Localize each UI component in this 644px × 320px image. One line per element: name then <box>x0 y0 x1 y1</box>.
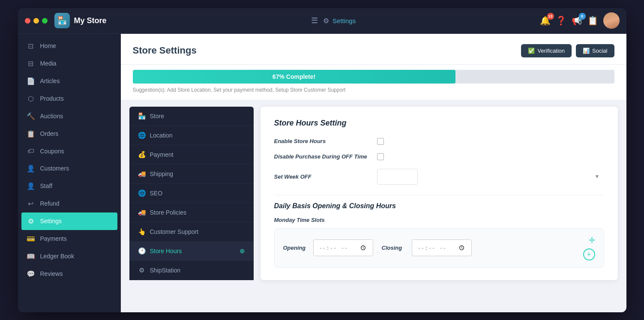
social-button[interactable]: 📊 Social <box>576 44 614 57</box>
avatar[interactable] <box>603 12 620 29</box>
megaphone-badge: 0 <box>579 13 586 20</box>
sidebar-item-label-reviews: Reviews <box>40 270 63 277</box>
sidebar-item-orders[interactable]: 📋 Orders <box>18 125 121 143</box>
subnav-label-payment: Payment <box>150 151 174 158</box>
subnav-item-shipstation[interactable]: ⚙ ShipStation <box>129 261 254 280</box>
seo-subnav-icon: 🌐 <box>138 189 146 197</box>
settings-subnav: 🏪 Store 🌐 Location 💰 Payment 🚚 Shipping <box>129 107 254 280</box>
verification-button[interactable]: ✅ Verification <box>521 44 572 57</box>
week-off-select-wrapper: Monday Tuesday Wednesday Thursday Friday… <box>377 169 604 185</box>
close-button[interactable] <box>25 18 30 24</box>
subnav-label-store-policies: Store Policies <box>150 209 187 216</box>
store-hours-right-icon: ⊕ <box>240 247 245 255</box>
subnav-item-store-policies[interactable]: 🚚 Store Policies <box>129 203 254 222</box>
divider <box>274 195 604 195</box>
sidebar-item-label-orders: Orders <box>40 130 59 137</box>
app-window: 🏪 My Store ☰ ⚙ Settings 🔔 13 ❓ 📢 0 📋 <box>18 8 626 312</box>
subnav-item-shipping[interactable]: 🚚 Shipping <box>129 164 254 184</box>
monday-time-slots-row: Opening Closing ✛ + <box>274 228 604 268</box>
menu-icon[interactable]: ☰ <box>311 16 318 25</box>
customers-icon: 👤 <box>27 164 35 173</box>
settings-icon: ⚙ <box>27 217 35 225</box>
sidebar-item-auctions[interactable]: 🔨 Auctions <box>18 108 121 125</box>
subnav-item-store[interactable]: 🏪 Store <box>129 107 254 126</box>
sidebar: ⊡ Home ⊟ Media 📄 Articles ⬡ Products 🔨 A… <box>18 34 121 312</box>
sidebar-item-reviews[interactable]: 💬 Reviews <box>18 265 121 283</box>
opening-time-input[interactable] <box>313 239 373 257</box>
title-bar: 🏪 My Store ☰ ⚙ Settings 🔔 13 ❓ 📢 0 📋 <box>18 8 626 34</box>
store-logo: 🏪 <box>54 13 70 28</box>
week-off-select[interactable]: Monday Tuesday Wednesday Thursday Friday… <box>377 169 418 185</box>
sidebar-item-payments[interactable]: 💳 Payments <box>18 230 121 248</box>
sidebar-item-customers[interactable]: 👤 Customers <box>18 160 121 177</box>
subnav-item-location[interactable]: 🌐 Location <box>129 126 254 145</box>
avatar-image <box>603 12 620 29</box>
settings-area: 🏪 Store 🌐 Location 💰 Payment 🚚 Shipping <box>121 100 626 287</box>
sidebar-item-articles[interactable]: 📄 Articles <box>18 72 121 90</box>
subnav-label-location: Location <box>150 132 173 139</box>
subnav-label-shipstation: ShipStation <box>150 267 181 274</box>
sidebar-item-label-payments: Payments <box>40 235 67 242</box>
store-title: My Store <box>74 16 303 25</box>
settings-gear-icon: ⚙ <box>323 17 329 25</box>
policies-subnav-icon: 🚚 <box>138 209 146 216</box>
social-icon: 📊 <box>583 48 590 54</box>
subnav-item-seo[interactable]: 🌐 SEO <box>129 184 254 203</box>
products-icon: ⬡ <box>27 95 35 103</box>
subnav-label-store: Store <box>150 113 164 120</box>
subnav-item-store-hours[interactable]: 🕐 Store Hours ⊕ <box>129 242 254 261</box>
disable-purchase-label: Disable Purchase During OFF Time <box>274 153 368 160</box>
sidebar-item-label-home: Home <box>40 42 56 49</box>
sidebar-item-label-articles: Articles <box>40 78 60 84</box>
move-icon[interactable]: ✛ <box>589 236 595 245</box>
coupons-icon: 🏷 <box>27 147 35 155</box>
progress-suggestion: Suggestion(s): Add Store Location, Set y… <box>133 87 614 93</box>
window-controls <box>25 18 48 24</box>
disable-purchase-checkbox[interactable] <box>377 153 384 160</box>
subnav-item-customer-support[interactable]: 👆 Customer Support <box>129 222 254 242</box>
week-off-select-arrow: ▼ <box>595 173 600 179</box>
sidebar-item-label-coupons: Coupons <box>40 148 64 155</box>
subnav-item-payment[interactable]: 💰 Payment <box>129 145 254 164</box>
sidebar-item-media[interactable]: ⊟ Media <box>18 55 121 72</box>
sidebar-item-refund[interactable]: ↩ Refund <box>18 195 121 212</box>
articles-icon: 📄 <box>27 77 35 85</box>
sidebar-item-label-customers: Customers <box>40 165 69 172</box>
sidebar-item-label-refund: Refund <box>40 200 60 207</box>
sidebar-item-settings[interactable]: ⚙ Settings <box>21 212 117 230</box>
enable-store-hours-checkbox[interactable] <box>377 138 384 145</box>
breadcrumb-settings-label: Settings <box>332 17 356 24</box>
store-hours-panel: Store Hours Setting Enable Store Hours D… <box>261 107 618 280</box>
closing-time-input[interactable] <box>412 239 472 257</box>
disable-purchase-row: Disable Purchase During OFF Time <box>274 153 604 160</box>
enable-store-hours-row: Enable Store Hours <box>274 138 604 145</box>
header-actions: ✅ Verification 📊 Social <box>521 44 614 57</box>
minimize-button[interactable] <box>33 18 39 24</box>
sidebar-item-staff[interactable]: 👤 Staff <box>18 177 121 195</box>
sidebar-item-label-media: Media <box>40 60 57 67</box>
store-settings-header: Store Settings ✅ Verification 📊 Social <box>121 34 626 65</box>
clipboard-btn[interactable]: 📋 <box>587 15 598 26</box>
shipstation-subnav-icon: ⚙ <box>138 266 146 274</box>
sidebar-item-label-staff: Staff <box>40 182 53 189</box>
opening-label: Opening <box>283 245 309 251</box>
sidebar-item-ledger[interactable]: 📖 Ledger Book <box>18 248 121 265</box>
maximize-button[interactable] <box>42 18 48 24</box>
sidebar-item-label-auctions: Auctions <box>40 113 63 120</box>
time-slots-actions: ✛ + <box>583 236 595 260</box>
progress-bar: 67% Complete! <box>133 70 614 84</box>
subnav-label-store-hours: Store Hours <box>150 248 182 254</box>
sidebar-item-products[interactable]: ⬡ Products <box>18 90 121 108</box>
subnav-label-shipping: Shipping <box>150 170 174 177</box>
staff-icon: 👤 <box>27 182 35 190</box>
help-btn[interactable]: ❓ <box>556 15 566 26</box>
megaphone-btn[interactable]: 📢 0 <box>572 15 582 26</box>
breadcrumb: ☰ ⚙ Settings <box>311 16 540 25</box>
sidebar-item-coupons[interactable]: 🏷 Coupons <box>18 143 121 160</box>
add-time-slot-button[interactable]: + <box>583 248 595 260</box>
store-subnav-icon: 🏪 <box>138 112 146 120</box>
subnav-label-seo: SEO <box>150 190 163 197</box>
progress-label: 67% Complete! <box>273 73 315 80</box>
sidebar-item-home[interactable]: ⊡ Home <box>18 37 121 55</box>
notifications-btn[interactable]: 🔔 13 <box>540 15 551 26</box>
